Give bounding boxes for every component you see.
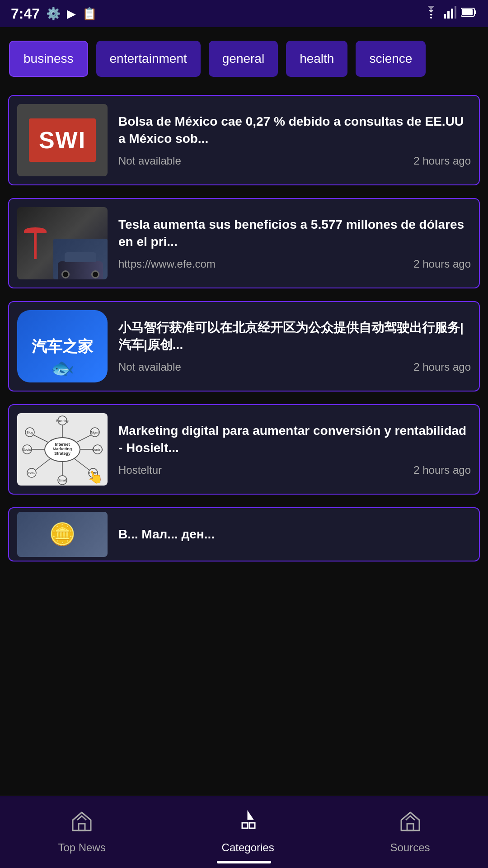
svg-text:Email: Email bbox=[58, 479, 66, 482]
news-source-3: Not available bbox=[118, 361, 181, 373]
thumbnail-2 bbox=[17, 207, 108, 279]
svg-text:Social: Social bbox=[23, 448, 32, 451]
svg-text:Conv: Conv bbox=[28, 472, 36, 475]
news-title-4: Marketing digital para aumentar conversi… bbox=[118, 422, 471, 457]
news-source-2: https://www.efe.com bbox=[118, 258, 216, 270]
nav-item-sources[interactable]: Sources bbox=[372, 806, 448, 859]
category-chip-entertainment[interactable]: entertainment bbox=[96, 41, 201, 77]
news-card-2[interactable]: Tesla aumenta sus beneficios a 5.577 mil… bbox=[8, 198, 480, 288]
categories-icon bbox=[237, 810, 259, 838]
news-content-3: 小马智行获准可以在北京经开区为公众提供自动驾驶出行服务|汽车|原创... Not… bbox=[118, 319, 471, 373]
top-news-icon bbox=[70, 810, 93, 838]
svg-rect-6 bbox=[474, 10, 476, 14]
svg-text:Blog: Blog bbox=[27, 431, 33, 434]
sources-icon bbox=[399, 810, 422, 838]
news-card-5-partial[interactable]: 🪙 В... Мал... ден... bbox=[8, 507, 480, 561]
news-content-5-partial: В... Мал... ден... bbox=[118, 527, 471, 542]
svg-text:Mgmt: Mgmt bbox=[91, 431, 99, 434]
news-meta-3: Not available 2 hours ago bbox=[118, 361, 471, 373]
bottom-nav: Top News Categories Sources bbox=[0, 796, 488, 868]
category-chip-health[interactable]: health bbox=[286, 41, 347, 77]
svg-rect-1 bbox=[444, 14, 446, 19]
thumbnail-3: 汽车之家 🐟 bbox=[17, 310, 108, 382]
svg-rect-37 bbox=[249, 823, 255, 828]
news-card-1[interactable]: SWI Bolsa de México cae 0,27 % debido a … bbox=[8, 95, 480, 185]
status-left: 7:47 ⚙️ ▶ 📋 bbox=[11, 5, 97, 22]
swi-logo: SWI bbox=[29, 118, 96, 162]
home-indicator bbox=[217, 861, 271, 863]
category-chip-general[interactable]: general bbox=[209, 41, 278, 77]
nav-item-top-news[interactable]: Top News bbox=[40, 806, 123, 859]
play-icon: ▶ bbox=[67, 7, 76, 21]
news-title-1: Bolsa de México cae 0,27 % debido a cons… bbox=[118, 113, 471, 147]
news-title-3: 小马智行获准可以在北京经开区为公众提供自动驾驶出行服务|汽车|原创... bbox=[118, 319, 471, 354]
nav-label-top-news: Top News bbox=[58, 841, 105, 854]
settings-icon: ⚙️ bbox=[46, 7, 61, 21]
clipboard-icon: 📋 bbox=[82, 7, 97, 21]
news-time-4: 2 hours ago bbox=[413, 464, 471, 476]
thumbnail-1: SWI bbox=[17, 104, 108, 176]
svg-text:Planning: Planning bbox=[56, 419, 68, 423]
news-content-4: Marketing digital para aumentar conversi… bbox=[118, 422, 471, 476]
news-source-1: Not available bbox=[118, 155, 181, 167]
news-list: SWI Bolsa de México cae 0,27 % debido a … bbox=[0, 90, 488, 579]
svg-rect-36 bbox=[242, 823, 248, 828]
nav-item-categories[interactable]: Categories bbox=[204, 806, 292, 859]
news-time-2: 2 hours ago bbox=[413, 258, 471, 270]
svg-rect-34 bbox=[79, 824, 85, 830]
category-chip-science[interactable]: science bbox=[356, 41, 426, 77]
svg-rect-3 bbox=[451, 9, 453, 19]
svg-marker-35 bbox=[248, 812, 253, 819]
news-meta-2: https://www.efe.com 2 hours ago bbox=[118, 258, 471, 270]
signal-icon bbox=[444, 6, 456, 21]
thumbnail-4: InternetMarketingStrategy bbox=[17, 413, 108, 486]
tesla-t-icon bbox=[22, 225, 49, 261]
svg-rect-38 bbox=[407, 824, 413, 830]
svg-rect-2 bbox=[447, 11, 450, 19]
svg-rect-7 bbox=[462, 9, 473, 15]
news-card-3[interactable]: 汽车之家 🐟 小马智行获准可以在北京经开区为公众提供自动驾驶出行服务|汽车|原创… bbox=[8, 301, 480, 392]
news-title-2: Tesla aumenta sus beneficios a 5.577 mil… bbox=[118, 216, 471, 250]
status-right bbox=[423, 6, 477, 21]
news-time-3: 2 hours ago bbox=[413, 361, 471, 373]
battery-icon bbox=[461, 7, 477, 20]
news-meta-4: Hosteltur 2 hours ago bbox=[118, 464, 471, 476]
news-meta-1: Not available 2 hours ago bbox=[118, 155, 471, 167]
news-title-5-partial: В... Мал... ден... bbox=[118, 527, 471, 542]
news-content-2: Tesla aumenta sus beneficios a 5.577 mil… bbox=[118, 216, 471, 270]
category-chip-business[interactable]: business bbox=[9, 41, 88, 77]
svg-rect-4 bbox=[455, 6, 456, 19]
svg-point-0 bbox=[430, 17, 432, 19]
news-content-1: Bolsa de México cae 0,27 % debido a cons… bbox=[118, 113, 471, 167]
svg-text:Content: Content bbox=[92, 448, 103, 451]
categories-bar: business entertainment general health sc… bbox=[0, 27, 488, 90]
thumbnail-5: 🪙 bbox=[17, 512, 108, 557]
nav-label-sources: Sources bbox=[390, 841, 430, 854]
status-time: 7:47 bbox=[11, 5, 40, 22]
status-bar: 7:47 ⚙️ ▶ 📋 bbox=[0, 0, 488, 27]
nav-label-categories: Categories bbox=[222, 841, 274, 854]
news-card-4[interactable]: InternetMarketingStrategy bbox=[8, 404, 480, 495]
news-time-1: 2 hours ago bbox=[413, 155, 471, 167]
wifi-icon bbox=[423, 6, 439, 21]
news-source-4: Hosteltur bbox=[118, 464, 162, 476]
